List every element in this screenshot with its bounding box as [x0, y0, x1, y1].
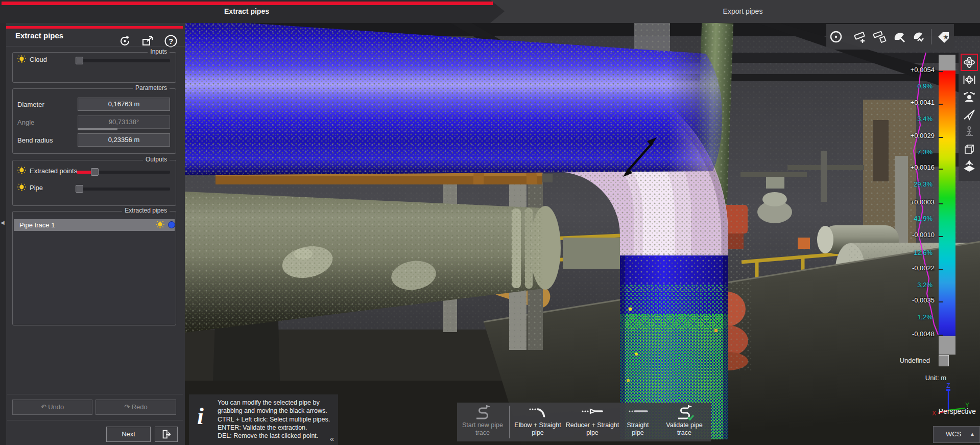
scale-percent: 7,3%: [917, 148, 933, 156]
extracted-pipes-legend: Extracted pipes: [122, 207, 170, 214]
panel-accent-bar: [6, 26, 183, 29]
svg-text:Z: Z: [946, 382, 950, 389]
point-cloud-scene[interactable]: [185, 23, 980, 445]
pipe-tools-toolbar: Start new pipe trace Elbow + Straight pi…: [457, 403, 711, 441]
angle-label: Angle: [17, 119, 34, 126]
label-annotation-icon[interactable]: ★: [935, 28, 952, 45]
elbow-pipe-icon: [527, 405, 549, 421]
hint-line: grabbing and moving the black arrows.: [218, 407, 330, 415]
wizard-strip: Extract pipes Export pipes: [0, 0, 980, 23]
undo-arrow-icon: ↶: [41, 403, 49, 411]
angle-progress-bar: [78, 128, 117, 130]
target-point-icon[interactable]: [827, 28, 845, 45]
scale-percent: 3,4%: [917, 115, 933, 123]
scale-percent: 12,6%: [914, 249, 933, 256]
redo-button[interactable]: ↷ Redo: [95, 400, 176, 415]
pipe-label: Pipe: [30, 184, 43, 192]
constrained-orbit-icon[interactable]: [961, 71, 978, 88]
extracted-points-label: Extracted points: [30, 167, 77, 175]
svg-text:X: X: [932, 410, 936, 416]
bend-radius-field[interactable]: 0,23356 m: [78, 133, 170, 147]
outputs-legend: Outputs: [143, 156, 170, 163]
tab-export-pipes[interactable]: Export pipes: [506, 7, 980, 15]
cloud-slider[interactable]: [77, 59, 170, 62]
undo-button[interactable]: ↶ Undo: [12, 400, 92, 415]
measure-distance-icon[interactable]: [871, 28, 889, 45]
list-item-pipe-trace-1[interactable]: Pipe trace 1: [14, 219, 175, 231]
validate-pipe-trace-button[interactable]: Validate pipe trace: [659, 405, 709, 439]
coordinate-system-value: WCS: [946, 430, 961, 438]
extracted-points-visibility-icon[interactable]: [17, 167, 26, 175]
panel-divider: [7, 394, 183, 394]
cloud-slider-thumb[interactable]: [76, 57, 83, 64]
scale-value: +0,0029: [911, 132, 935, 139]
scale-cap-top: [939, 55, 955, 71]
scale-value: -0,0048: [912, 330, 935, 338]
orbit-mode-icon[interactable]: [961, 54, 978, 71]
extracted-points-slider-thumb[interactable]: [91, 168, 99, 176]
fly-mode-icon[interactable]: [961, 106, 978, 123]
redo-arrow-icon: ↷: [124, 403, 132, 411]
pipe-slider-thumb[interactable]: [76, 185, 83, 193]
scale-undefined-label: Undefined: [900, 357, 930, 364]
diameter-field[interactable]: 0,16763 m: [78, 98, 170, 111]
straight-pipe-icon: [627, 405, 649, 421]
measure-slope-icon[interactable]: [910, 28, 927, 45]
panel-title: Extract pipes: [15, 31, 63, 40]
extracted-pipes-group: Extracted pipes Pipe trace 1: [12, 211, 176, 325]
toolbar-divider: [509, 406, 510, 438]
panel-collapse-arrow[interactable]: ◀: [1, 220, 5, 225]
pipe-visibility-icon[interactable]: [17, 183, 26, 192]
wizard-progress-bar: [2, 2, 493, 5]
chevron-up-icon: ▲: [970, 431, 975, 437]
pipe-slider[interactable]: [77, 188, 170, 191]
cloud-visibility-icon[interactable]: [17, 55, 26, 64]
svg-text:?: ?: [169, 37, 173, 45]
exit-button[interactable]: [155, 427, 178, 442]
reducer-straight-pipe-button[interactable]: Reducer + Straight pipe: [564, 405, 621, 439]
scale-value: -0,0022: [912, 264, 935, 272]
panel-edge-strip: ◀: [0, 23, 6, 445]
scale-gradient: [939, 71, 955, 336]
coordinate-system-dropdown[interactable]: WCS ▲: [933, 426, 980, 443]
scale-value: +0,0016: [911, 163, 935, 171]
scale-percent: 3,2%: [917, 281, 933, 289]
hint-line: ENTER: Validate the extraction.: [218, 424, 330, 432]
3d-viewport[interactable]: ★: [185, 23, 980, 445]
scale-percent: 29,3%: [914, 180, 933, 188]
diameter-label: Diameter: [17, 101, 44, 108]
walk-mode-icon[interactable]: [961, 123, 978, 140]
add-measurement-icon[interactable]: [852, 28, 869, 45]
extracted-pipes-list[interactable]: Pipe trace 1: [13, 215, 175, 324]
tab-extract-pipes-label[interactable]: Extract pipes: [0, 7, 493, 15]
pipe-trace-color-swatch[interactable]: [168, 221, 175, 228]
toolbar-divider: [657, 406, 657, 438]
cloud-label: Cloud: [30, 56, 47, 63]
look-around-icon[interactable]: [961, 88, 978, 106]
view-cube-icon[interactable]: [961, 140, 978, 158]
reducer-pipe-icon: [580, 405, 605, 421]
scale-cap-bottom: [939, 336, 955, 355]
hint-line: You can modify the selected pipe by: [218, 399, 330, 407]
color-scale-bar: [939, 55, 955, 355]
angle-field: 90,73138°: [78, 115, 170, 129]
bend-radius-label: Bend radius: [17, 136, 53, 144]
pipe-trace-label: Pipe trace 1: [19, 221, 55, 229]
straight-pipe-button[interactable]: Straight pipe: [621, 405, 655, 439]
panel-divider: [7, 420, 183, 420]
scale-value: -0,0035: [912, 296, 935, 304]
measure-toolbar: ★: [826, 24, 954, 50]
scale-percent: 41,9%: [914, 215, 933, 222]
pipe-trace-visibility-icon[interactable]: [156, 221, 164, 229]
scale-undefined-swatch[interactable]: [939, 355, 949, 366]
projection-label[interactable]: Perspective: [939, 407, 976, 415]
extract-pipes-panel: Extract pipes ? Inputs Cloud Parameters …: [6, 23, 185, 445]
turntable-icon[interactable]: [961, 158, 978, 175]
infobox-collapse-icon[interactable]: «: [330, 434, 334, 443]
elbow-straight-pipe-button[interactable]: Elbow + Straight pipe: [512, 405, 564, 439]
parameters-legend: Parameters: [133, 84, 170, 91]
measure-angle-icon[interactable]: [891, 28, 908, 45]
next-button[interactable]: Next: [106, 427, 151, 442]
scale-value: +0,0041: [911, 99, 935, 106]
start-new-pipe-trace-button[interactable]: Start new pipe trace: [458, 405, 507, 439]
